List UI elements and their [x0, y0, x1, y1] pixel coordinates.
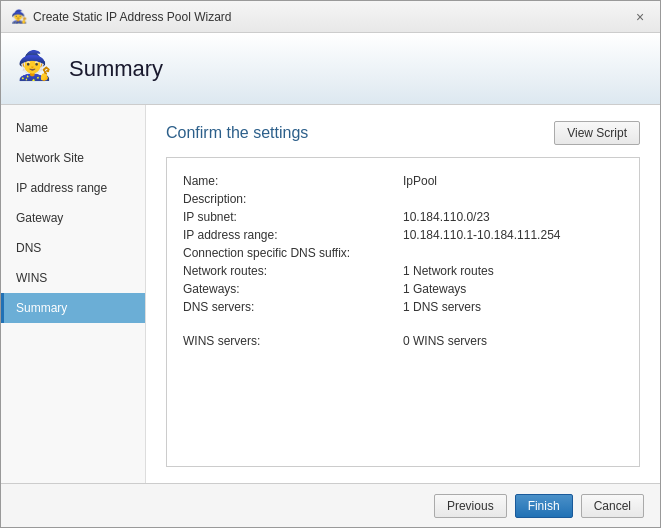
cancel-button[interactable]: Cancel	[581, 494, 644, 518]
summary-row-wins: WINS servers: 0 WINS servers	[183, 334, 623, 348]
summary-label-ip-range: IP address range:	[183, 228, 403, 242]
summary-row-ip-subnet: IP subnet: 10.184.110.0/23	[183, 210, 623, 224]
main-title: Confirm the settings	[166, 124, 308, 142]
sidebar-item-ip-address-range[interactable]: IP address range	[1, 173, 145, 203]
sidebar-item-gateway[interactable]: Gateway	[1, 203, 145, 233]
main-header: Confirm the settings View Script	[166, 121, 640, 145]
sidebar-item-summary[interactable]: Summary	[1, 293, 145, 323]
summary-label-wins: WINS servers:	[183, 334, 403, 348]
summary-label-ip-subnet: IP subnet:	[183, 210, 403, 224]
title-bar: 🧙 Create Static IP Address Pool Wizard ×	[1, 1, 660, 33]
summary-row-name: Name: IpPool	[183, 174, 623, 188]
title-bar-text: Create Static IP Address Pool Wizard	[33, 10, 232, 24]
header-title: Summary	[69, 56, 163, 82]
summary-row-gateways: Gateways: 1 Gateways	[183, 282, 623, 296]
summary-label-dns-servers: DNS servers:	[183, 300, 403, 314]
sidebar-item-network-site[interactable]: Network Site	[1, 143, 145, 173]
summary-row-dns-suffix: Connection specific DNS suffix:	[183, 246, 623, 260]
header-wizard-icon: 🧙	[17, 49, 57, 89]
finish-button[interactable]: Finish	[515, 494, 573, 518]
summary-label-network-routes: Network routes:	[183, 264, 403, 278]
summary-value-wins: 0 WINS servers	[403, 334, 487, 348]
summary-value-ip-range: 10.184.110.1-10.184.111.254	[403, 228, 560, 242]
summary-value-gateways: 1 Gateways	[403, 282, 466, 296]
summary-label-gateways: Gateways:	[183, 282, 403, 296]
summary-label-name: Name:	[183, 174, 403, 188]
title-bar-left: 🧙 Create Static IP Address Pool Wizard	[11, 9, 232, 25]
summary-value-network-routes: 1 Network routes	[403, 264, 494, 278]
sidebar-item-wins[interactable]: WINS	[1, 263, 145, 293]
sidebar: Name Network Site IP address range Gatew…	[1, 105, 146, 483]
summary-value-name: IpPool	[403, 174, 437, 188]
summary-value-dns-servers: 1 DNS servers	[403, 300, 481, 314]
summary-row-network-routes: Network routes: 1 Network routes	[183, 264, 623, 278]
wizard-window: 🧙 Create Static IP Address Pool Wizard ×…	[0, 0, 661, 528]
summary-row-dns-servers: DNS servers: 1 DNS servers	[183, 300, 623, 314]
header-banner: 🧙 Summary	[1, 33, 660, 105]
close-button[interactable]: ×	[630, 7, 650, 27]
summary-spacer	[183, 318, 623, 334]
sidebar-item-name[interactable]: Name	[1, 113, 145, 143]
summary-row-description: Description:	[183, 192, 623, 206]
summary-label-dns-suffix: Connection specific DNS suffix:	[183, 246, 403, 260]
sidebar-item-dns[interactable]: DNS	[1, 233, 145, 263]
view-script-button[interactable]: View Script	[554, 121, 640, 145]
wizard-body: Name Network Site IP address range Gatew…	[1, 105, 660, 483]
main-content: Confirm the settings View Script Name: I…	[146, 105, 660, 483]
previous-button[interactable]: Previous	[434, 494, 507, 518]
summary-value-ip-subnet: 10.184.110.0/23	[403, 210, 490, 224]
summary-row-ip-range: IP address range: 10.184.110.1-10.184.11…	[183, 228, 623, 242]
summary-box: Name: IpPool Description: IP subnet: 10.…	[166, 157, 640, 467]
footer: Previous Finish Cancel	[1, 483, 660, 527]
wizard-title-icon: 🧙	[11, 9, 27, 25]
summary-label-description: Description:	[183, 192, 403, 206]
